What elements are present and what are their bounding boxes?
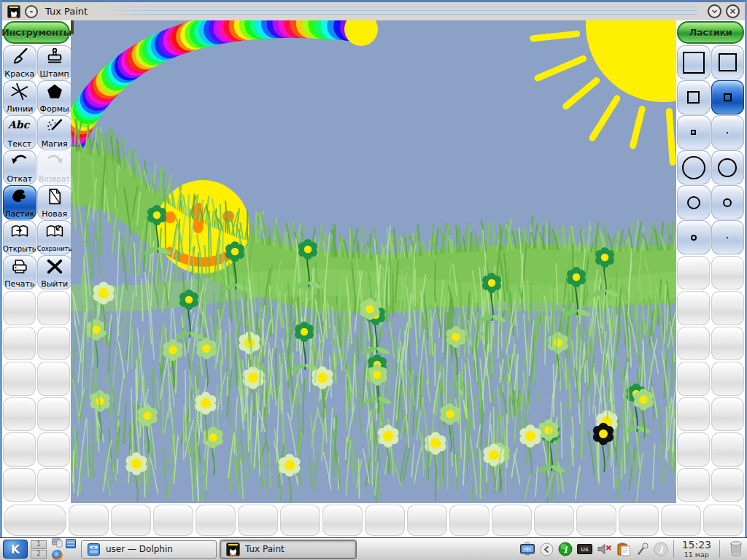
tool-button-shapes[interactable]: Формы (37, 80, 72, 114)
trash-icon[interactable] (728, 539, 744, 560)
eraser-size-square-17[interactable] (677, 80, 711, 114)
shade-button[interactable] (708, 4, 721, 18)
tool-button-redo: Возврат (37, 150, 72, 184)
tool-label: Магия (42, 139, 68, 149)
pager-desktop-1[interactable]: 1 (31, 540, 47, 549)
eraser-size-circle-2[interactable] (711, 220, 745, 254)
window-titlebar[interactable]: Tux Paint (2, 2, 745, 20)
tool-button-open[interactable]: Открыть (3, 220, 36, 254)
taskbar-task-user-dolphin[interactable]: user — Dolphin (81, 540, 217, 559)
volume-muted-icon[interactable] (597, 542, 612, 556)
tool-button-magic[interactable]: Магия (37, 115, 72, 149)
palette-slot (534, 505, 574, 536)
palette-slot (322, 505, 363, 536)
tool-button-save[interactable]: Сохранить (37, 220, 72, 254)
empty-slot (37, 327, 70, 361)
tool-button-new[interactable]: Новая (37, 185, 72, 219)
eraser-size-circle-26[interactable] (711, 150, 745, 184)
taskbar-separator (673, 540, 674, 558)
clock-time: 15:23 (682, 540, 711, 550)
info-green-icon[interactable]: i (558, 542, 573, 556)
clipboard-icon[interactable] (616, 542, 632, 557)
eraser-size-circle-12[interactable] (711, 185, 745, 219)
tool-button-quit[interactable]: Выйти (37, 255, 72, 289)
eraser-size-square-2[interactable] (711, 115, 745, 149)
info-gray-icon[interactable]: i (654, 542, 668, 556)
save-book-icon (44, 222, 65, 244)
eraser-size-square-7[interactable] (677, 115, 711, 149)
palette-slot (238, 505, 278, 536)
eraser-size-square-30[interactable] (677, 45, 711, 79)
tools-header: Инструменты (3, 21, 70, 44)
tool-button-paint[interactable]: Краска (3, 45, 36, 79)
clock[interactable]: 15:23 11 мар (679, 540, 714, 559)
taskbar: K 12 user — DolphinTux Paint iusi 15:23 … (0, 537, 747, 560)
printer-icon (9, 257, 29, 279)
erasers-empty-area (676, 254, 745, 503)
square-shape (727, 132, 728, 133)
pentagon-icon (44, 82, 64, 104)
tool-label: Новая (42, 209, 67, 219)
empty-slot (677, 291, 710, 324)
tool-button-print[interactable]: Печать (3, 255, 36, 289)
palette-slot (196, 505, 236, 536)
quick-launch (51, 538, 77, 560)
eraser-size-circle-18[interactable] (677, 185, 711, 219)
eraser-size-square-25[interactable] (711, 45, 745, 79)
eraser-size-circle-32[interactable] (677, 150, 711, 184)
system-icon[interactable] (52, 538, 63, 548)
palette-slot (407, 505, 447, 536)
clock-date: 11 мар (684, 551, 709, 559)
abc-text-icon: Abc (7, 117, 32, 137)
circle-shape (682, 156, 705, 179)
picker-icon[interactable] (636, 542, 649, 556)
tool-button-undo[interactable]: Откат (3, 150, 36, 184)
empty-slot (3, 362, 36, 396)
quit-x-icon (44, 257, 64, 279)
tray-collapse-icon[interactable] (540, 542, 554, 556)
tool-label: Печать (4, 279, 34, 289)
tools-empty-area (2, 289, 71, 503)
tuxpaint-logo-icon (226, 542, 240, 556)
palette-slot (111, 505, 151, 536)
system-tray: iusi (519, 542, 667, 557)
tool-button-text[interactable]: AbcТекст (3, 115, 36, 149)
pager-desktop-2[interactable]: 2 (31, 550, 47, 559)
close-button[interactable] (726, 4, 740, 18)
square-shape (687, 91, 700, 104)
empty-slot (3, 397, 36, 432)
kmenu-button[interactable]: K (3, 540, 28, 559)
circle-shape (687, 196, 700, 209)
empty-slot (3, 327, 36, 361)
square-shape (724, 93, 732, 101)
tool-button-lines[interactable]: Линии (3, 80, 36, 114)
empty-slot (37, 362, 70, 396)
palette-left-pill (4, 505, 66, 536)
undo-icon (9, 152, 29, 174)
display-icon[interactable] (519, 542, 535, 556)
task-label: Tux Paint (245, 544, 285, 554)
eraser-size-square-11[interactable] (711, 80, 745, 114)
file-cabinet-icon[interactable] (66, 539, 76, 548)
eraser-sizes-grid (676, 45, 745, 254)
window-menu-button[interactable] (25, 5, 38, 18)
window-title: Tux Paint (42, 6, 88, 17)
tool-label: Ластик (4, 209, 34, 219)
taskbar-task-tux-paint[interactable]: Tux Paint (220, 540, 356, 559)
eraser-size-circle-8[interactable] (677, 220, 711, 254)
keyboard-layout-indicator[interactable]: us (577, 544, 592, 554)
palette-slot (153, 505, 193, 536)
empty-slot (677, 432, 710, 466)
empty-slot (677, 468, 710, 502)
eraser-icon (9, 187, 30, 209)
empty-slot (677, 256, 710, 289)
tool-button-eraser[interactable]: Ластик (3, 185, 36, 219)
drawing-canvas[interactable] (71, 20, 676, 503)
firefox-icon[interactable] (52, 550, 63, 560)
empty-slot (677, 327, 710, 360)
empty-slot (711, 291, 744, 324)
tool-label: Краска (4, 69, 34, 79)
empty-slot (677, 397, 710, 431)
tool-label: Возврат (39, 174, 70, 184)
tool-button-stamp[interactable]: Штамп (37, 45, 72, 79)
